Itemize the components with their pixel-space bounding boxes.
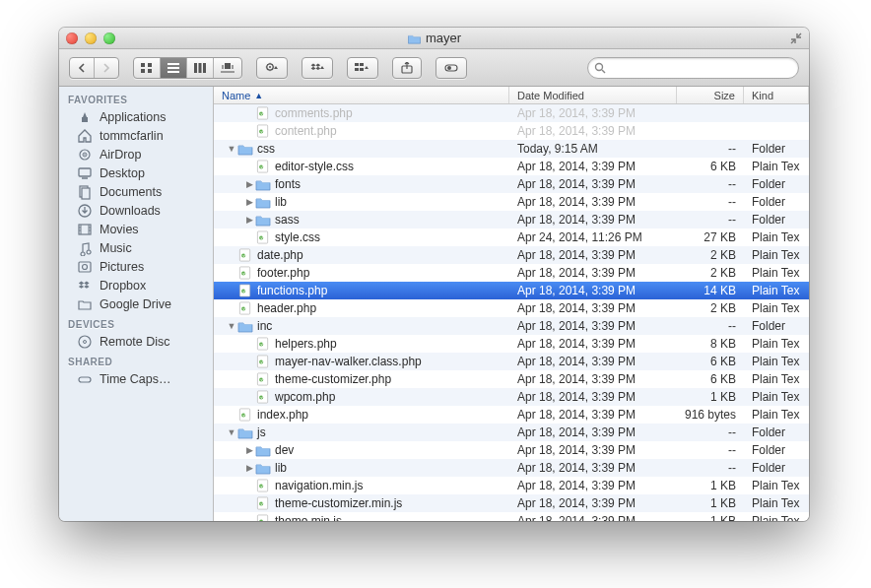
- folder-row-css[interactable]: ▼cssToday, 9:15 AM--Folder: [214, 140, 809, 158]
- file-name: lib: [275, 195, 287, 209]
- titlebar[interactable]: mayer: [59, 28, 809, 49]
- view-icons-button[interactable]: [134, 58, 161, 78]
- view-list-button[interactable]: [161, 58, 187, 78]
- zoom-button[interactable]: [103, 33, 115, 44]
- file-row-theme-min-js[interactable]: theme.min.jsApr 18, 2014, 3:39 PM1 KBPla…: [214, 512, 809, 521]
- share-button[interactable]: [392, 57, 422, 79]
- sidebar-item-tommcfarlin[interactable]: tommcfarlin: [59, 126, 213, 145]
- column-size[interactable]: Size: [677, 87, 744, 103]
- file-name: navigation.min.js: [275, 479, 363, 492]
- quicklook-button[interactable]: [436, 57, 467, 79]
- folder-icon: [237, 142, 253, 156]
- sidebar-item-documents[interactable]: Documents: [59, 182, 213, 201]
- svg-rect-19: [360, 63, 364, 66]
- folder-icon: [255, 461, 271, 475]
- folder-row-sass[interactable]: ▶sassApr 18, 2014, 3:39 PM--Folder: [214, 211, 809, 229]
- file-row-helpers-php[interactable]: helpers.phpApr 18, 2014, 3:39 PM8 KBPlai…: [214, 335, 809, 353]
- file-date-modified: Apr 18, 2014, 3:39 PM: [509, 355, 677, 368]
- sidebar-item-dropbox[interactable]: Dropbox: [59, 276, 213, 294]
- disclosure-triangle-icon[interactable]: ▶: [243, 197, 255, 207]
- disclosure-triangle-icon[interactable]: ▼: [226, 321, 237, 331]
- sidebar-item-remote-disc[interactable]: Remote Disc: [59, 332, 213, 351]
- file-row-footer-php[interactable]: footer.phpApr 18, 2014, 3:39 PM2 KBPlain…: [214, 264, 809, 282]
- file-row-comments-php[interactable]: comments.phpApr 18, 2014, 3:39 PM: [214, 104, 809, 122]
- file-kind: Plain Tex: [744, 479, 809, 492]
- folder-row-lib[interactable]: ▶libApr 18, 2014, 3:39 PM--Folder: [214, 459, 809, 477]
- file-date-modified: Apr 18, 2014, 3:39 PM: [509, 106, 677, 120]
- disclosure-triangle-icon[interactable]: ▼: [226, 144, 237, 154]
- column-date-modified[interactable]: Date Modified: [509, 87, 677, 103]
- file-kind: Plain Tex: [744, 337, 809, 351]
- file-row-content-php[interactable]: content.phpApr 18, 2014, 3:39 PM: [214, 122, 809, 140]
- view-coverflow-button[interactable]: [214, 58, 241, 78]
- file-row-style-css[interactable]: style.cssApr 24, 2014, 11:26 PM27 KBPlai…: [214, 229, 809, 246]
- file-date-modified: Apr 18, 2014, 3:39 PM: [509, 177, 677, 191]
- arrange-menu[interactable]: [347, 57, 378, 79]
- file-kind: Folder: [744, 443, 809, 457]
- sidebar-item-time-caps-[interactable]: Time Caps…: [59, 369, 213, 388]
- svg-rect-31: [82, 188, 90, 199]
- disclosure-triangle-icon[interactable]: ▶: [243, 463, 255, 473]
- file-kind: Plain Tex: [744, 160, 809, 173]
- file-row-navigation-min-js[interactable]: navigation.min.jsApr 18, 2014, 3:39 PM1 …: [214, 477, 809, 494]
- file-date-modified: Apr 18, 2014, 3:39 PM: [509, 408, 677, 422]
- file-row-theme-customizer-min-js[interactable]: theme-customizer.min.jsApr 18, 2014, 3:3…: [214, 494, 809, 512]
- sidebar-item-label: Desktop: [100, 166, 145, 180]
- folder-row-lib[interactable]: ▶libApr 18, 2014, 3:39 PM--Folder: [214, 193, 809, 211]
- file-name: theme-customizer.min.js: [275, 496, 402, 510]
- folder-row-dev[interactable]: ▶devApr 18, 2014, 3:39 PM--Folder: [214, 441, 809, 459]
- svg-rect-7: [168, 67, 179, 69]
- column-name[interactable]: Name ▲: [214, 87, 509, 103]
- sidebar: FAVORITESApplicationstommcfarlinAirDropD…: [59, 87, 214, 521]
- sidebar-item-applications[interactable]: Applications: [59, 107, 213, 126]
- disclosure-triangle-icon[interactable]: ▶: [243, 179, 255, 189]
- file-date-modified: Apr 18, 2014, 3:39 PM: [509, 195, 677, 209]
- back-button[interactable]: [70, 58, 95, 78]
- sidebar-item-google-drive[interactable]: Google Drive: [59, 294, 213, 313]
- file-icon: [237, 284, 253, 297]
- sidebar-item-label: Music: [100, 241, 132, 255]
- file-row-header-php[interactable]: header.phpApr 18, 2014, 3:39 PM2 KBPlain…: [214, 299, 809, 317]
- disclosure-triangle-icon[interactable]: ▼: [226, 427, 237, 437]
- sidebar-item-desktop[interactable]: Desktop: [59, 163, 213, 182]
- folder-icon: [255, 195, 271, 209]
- svg-rect-12: [225, 63, 231, 69]
- file-rows[interactable]: comments.phpApr 18, 2014, 3:39 PMcontent…: [214, 104, 809, 521]
- search-input[interactable]: [610, 61, 792, 75]
- folder-row-fonts[interactable]: ▶fontsApr 18, 2014, 3:39 PM--Folder: [214, 175, 809, 193]
- search-field[interactable]: [587, 57, 799, 79]
- file-date-modified: Apr 18, 2014, 3:39 PM: [509, 124, 677, 138]
- svg-rect-14: [232, 65, 234, 69]
- view-columns-button[interactable]: [187, 58, 214, 78]
- sidebar-item-airdrop[interactable]: AirDrop: [59, 145, 213, 163]
- file-kind: Folder: [744, 195, 809, 209]
- forward-button[interactable]: [95, 58, 118, 78]
- file-name: dev: [275, 443, 294, 457]
- file-row-theme-customizer-php[interactable]: theme-customizer.phpApr 18, 2014, 3:39 P…: [214, 370, 809, 388]
- sidebar-item-pictures[interactable]: Pictures: [59, 257, 213, 276]
- close-button[interactable]: [66, 33, 78, 44]
- file-row-functions-php[interactable]: functions.phpApr 18, 2014, 3:39 PM14 KBP…: [214, 282, 809, 299]
- action-menu[interactable]: [256, 57, 288, 79]
- fullscreen-button[interactable]: [789, 32, 803, 45]
- file-row-index-php[interactable]: index.phpApr 18, 2014, 3:39 PM916 bytesP…: [214, 406, 809, 424]
- dropbox-menu[interactable]: [302, 57, 333, 79]
- folder-row-inc[interactable]: ▼incApr 18, 2014, 3:39 PM--Folder: [214, 317, 809, 335]
- file-date-modified: Apr 18, 2014, 3:39 PM: [509, 425, 677, 439]
- disclosure-triangle-icon[interactable]: ▶: [243, 215, 255, 225]
- disclosure-triangle-icon[interactable]: ▶: [243, 445, 255, 455]
- minimize-button[interactable]: [85, 33, 97, 44]
- column-kind[interactable]: Kind: [744, 87, 809, 103]
- sidebar-item-movies[interactable]: Movies: [59, 220, 213, 238]
- file-kind: Plain Tex: [744, 514, 809, 521]
- sidebar-item-downloads[interactable]: Downloads: [59, 201, 213, 220]
- sidebar-item-music[interactable]: Music: [59, 238, 213, 257]
- folder-row-js[interactable]: ▼jsApr 18, 2014, 3:39 PM--Folder: [214, 424, 809, 441]
- file-row-date-php[interactable]: date.phpApr 18, 2014, 3:39 PM2 KBPlain T…: [214, 246, 809, 264]
- file-icon: [255, 337, 271, 351]
- file-row-editor-style-css[interactable]: editor-style.cssApr 18, 2014, 3:39 PM6 K…: [214, 158, 809, 175]
- file-name: content.php: [275, 124, 337, 138]
- sidebar-item-label: Dropbox: [100, 279, 146, 293]
- file-row-mayer-nav-walker-class-php[interactable]: mayer-nav-walker.class.phpApr 18, 2014, …: [214, 353, 809, 370]
- file-row-wpcom-php[interactable]: wpcom.phpApr 18, 2014, 3:39 PM1 KBPlain …: [214, 388, 809, 406]
